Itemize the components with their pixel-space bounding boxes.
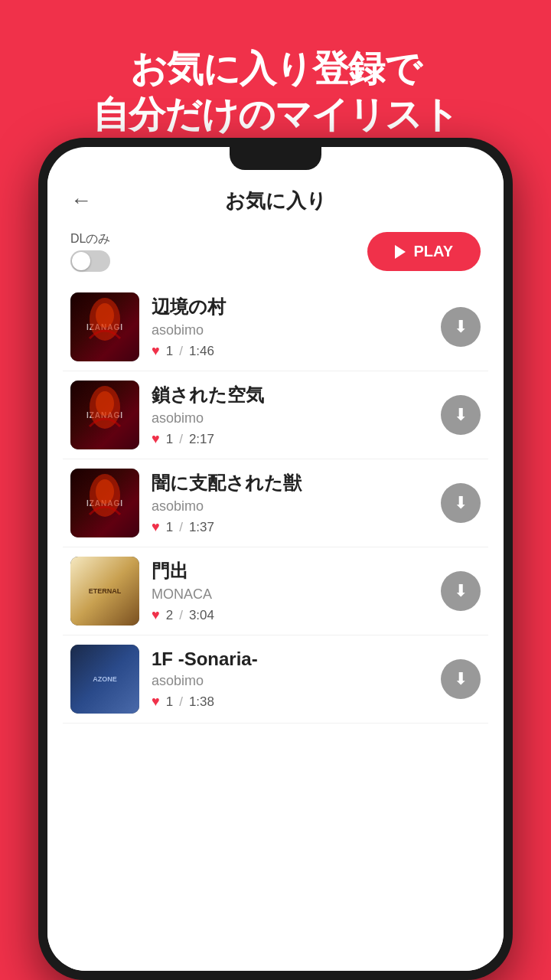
- download-icon: ⬇: [454, 495, 468, 511]
- song-thumbnail: ETERNAL: [70, 557, 139, 626]
- song-title: 鎖された空気: [152, 383, 429, 407]
- song-meta: ♥ 1 / 2:17: [152, 431, 429, 447]
- page-title: お気に入り: [225, 188, 327, 214]
- heart-icon: ♥: [152, 431, 160, 447]
- promo-text: お気に入り登録で 自分だけのマイリスト: [93, 46, 458, 138]
- app-bar: ← お気に入り: [47, 170, 504, 224]
- song-artist: MONACA: [152, 586, 429, 603]
- heart-icon: ♥: [152, 607, 160, 623]
- song-duration: 1:37: [189, 520, 214, 535]
- like-count: 1: [166, 432, 173, 447]
- song-artist: asobimo: [152, 673, 429, 689]
- song-item[interactable]: 辺境の村 asobimo ♥ 1 / 1:46 ⬇: [63, 283, 488, 371]
- song-title: 門出: [152, 559, 429, 583]
- like-count: 1: [166, 694, 173, 710]
- song-item[interactable]: AZONE 1F -Sonaria- asobimo ♥ 1 / 1:38 ⬇: [63, 635, 488, 724]
- play-all-button[interactable]: PLAY: [367, 232, 481, 271]
- song-item[interactable]: 闇に支配された獣 asobimo ♥ 1 / 1:37 ⬇: [63, 459, 488, 547]
- song-title: 辺境の村: [152, 295, 429, 319]
- download-icon: ⬇: [454, 318, 468, 335]
- song-meta: ♥ 2 / 3:04: [152, 607, 429, 623]
- heart-icon: ♥: [152, 694, 160, 710]
- song-info: 門出 MONACA ♥ 2 / 3:04: [152, 559, 429, 623]
- download-button[interactable]: ⬇: [441, 659, 481, 699]
- song-info: 鎖された空気 asobimo ♥ 1 / 2:17: [152, 383, 429, 447]
- song-duration: 3:04: [189, 608, 214, 623]
- dl-filter-label: DLのみ: [70, 231, 110, 247]
- phone-notch: [230, 147, 321, 170]
- download-button[interactable]: ⬇: [441, 307, 481, 347]
- download-icon: ⬇: [454, 407, 468, 423]
- play-label: PLAY: [413, 243, 453, 260]
- separator: /: [179, 694, 183, 710]
- download-icon: ⬇: [454, 671, 468, 688]
- heart-icon: ♥: [152, 519, 160, 535]
- download-button[interactable]: ⬇: [441, 483, 481, 523]
- song-info: 辺境の村 asobimo ♥ 1 / 1:46: [152, 295, 429, 359]
- song-thumbnail: [70, 292, 139, 361]
- like-count: 2: [166, 608, 173, 623]
- dl-toggle[interactable]: [70, 250, 110, 272]
- download-button[interactable]: ⬇: [441, 571, 481, 611]
- toggle-knob: [72, 252, 90, 270]
- separator: /: [179, 432, 183, 447]
- song-artist: asobimo: [152, 410, 429, 426]
- download-icon: ⬇: [454, 583, 468, 599]
- song-thumbnail: [70, 469, 139, 537]
- screen-content: ← お気に入り DLのみ PLAY: [47, 170, 504, 971]
- song-artist: asobimo: [152, 322, 429, 338]
- separator: /: [179, 608, 183, 623]
- separator: /: [179, 520, 183, 535]
- back-button[interactable]: ←: [70, 188, 92, 213]
- play-icon: [395, 245, 406, 259]
- phone-frame: ← お気に入り DLのみ PLAY: [38, 138, 513, 980]
- heart-icon: ♥: [152, 343, 160, 359]
- song-title: 1F -Sonaria-: [152, 648, 429, 670]
- separator: /: [179, 344, 183, 359]
- dl-filter-wrap: DLのみ: [70, 231, 110, 272]
- download-button[interactable]: ⬇: [441, 395, 481, 435]
- controls-row: DLのみ PLAY: [47, 224, 504, 283]
- song-duration: 1:38: [189, 694, 214, 710]
- song-thumbnail: [70, 381, 139, 449]
- song-artist: asobimo: [152, 498, 429, 514]
- song-meta: ♥ 1 / 1:37: [152, 519, 429, 535]
- song-item[interactable]: 鎖された空気 asobimo ♥ 1 / 2:17 ⬇: [63, 371, 488, 459]
- song-meta: ♥ 1 / 1:38: [152, 694, 429, 710]
- like-count: 1: [166, 520, 173, 535]
- song-duration: 2:17: [189, 432, 214, 447]
- song-duration: 1:46: [189, 344, 214, 359]
- song-list: 辺境の村 asobimo ♥ 1 / 1:46 ⬇ 鎖された空気 asobimo…: [47, 283, 504, 724]
- song-item[interactable]: ETERNAL 門出 MONACA ♥ 2 / 3:04 ⬇: [63, 547, 488, 635]
- song-thumbnail: AZONE: [70, 645, 139, 714]
- song-title: 闇に支配された獣: [152, 471, 429, 495]
- phone-inner: ← お気に入り DLのみ PLAY: [47, 147, 504, 971]
- song-info: 闇に支配された獣 asobimo ♥ 1 / 1:37: [152, 471, 429, 535]
- song-info: 1F -Sonaria- asobimo ♥ 1 / 1:38: [152, 648, 429, 710]
- like-count: 1: [166, 344, 173, 359]
- song-meta: ♥ 1 / 1:46: [152, 343, 429, 359]
